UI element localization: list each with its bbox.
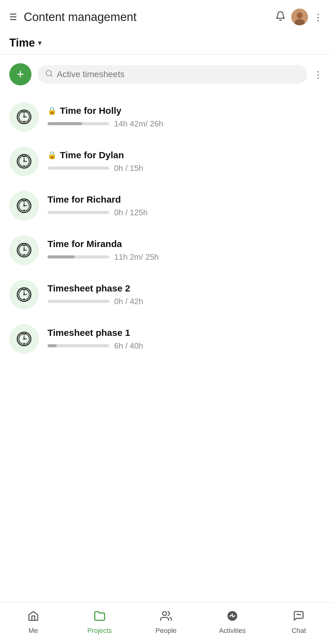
svg-point-20	[23, 161, 25, 162]
add-timesheet-button[interactable]: +	[9, 63, 31, 85]
search-icon	[45, 69, 53, 79]
progress-fill	[48, 255, 75, 258]
timesheet-icon	[9, 324, 39, 354]
bottom-navigation: Me Projects People	[0, 602, 332, 644]
timesheet-time-label: 6h / 40h	[114, 341, 143, 351]
progress-bar	[48, 300, 109, 303]
nav-label-people: People	[156, 627, 177, 635]
timesheet-icon	[9, 147, 39, 176]
svg-point-59	[163, 612, 167, 616]
timesheet-name: Time for Miranda	[48, 239, 323, 249]
timesheet-time-label: 14h 42m/ 26h	[114, 119, 163, 129]
progress-bar	[48, 255, 109, 258]
timesheet-name: 🔒Time for Dylan	[48, 150, 323, 160]
header: ☰ Content management ⋮	[0, 0, 332, 31]
timesheet-info: Time for Richard 0h / 125h	[48, 194, 323, 217]
timesheet-list: 🔒Time for Holly 14h 42m/ 26h 🔒Time for D…	[0, 92, 332, 367]
timesheet-info: Time for Miranda 11h 2m/ 25h	[48, 239, 323, 262]
timesheet-time-label: 0h / 42h	[114, 297, 143, 306]
timesheet-progress-row: 0h / 42h	[48, 297, 323, 306]
nav-item-activities[interactable]: Activities	[199, 603, 266, 644]
avatar[interactable]	[291, 9, 308, 25]
timesheet-progress-row: 11h 2m/ 25h	[48, 252, 323, 262]
timesheet-progress-row: 0h / 125h	[48, 208, 323, 217]
timesheet-name: Timesheet phase 2	[48, 283, 323, 294]
progress-bar	[48, 211, 109, 214]
notification-bell-icon[interactable]	[275, 11, 286, 23]
search-row: + ⋮	[0, 55, 332, 92]
people-icon	[160, 610, 172, 624]
timesheet-item[interactable]: 🔒Time for Dylan 0h / 15h	[0, 139, 332, 184]
progress-fill	[48, 122, 82, 125]
time-filter-row[interactable]: Time ▾	[0, 31, 332, 55]
lock-icon: 🔒	[48, 106, 57, 115]
timesheet-info: 🔒Time for Holly 14h 42m/ 26h	[48, 105, 323, 129]
activities-icon	[226, 610, 238, 624]
progress-fill	[48, 344, 57, 347]
folder-icon	[94, 610, 106, 624]
search-more-icon[interactable]: ⋮	[313, 69, 323, 80]
timesheet-icon	[9, 280, 39, 309]
timesheet-name: Timesheet phase 1	[48, 328, 323, 338]
timesheet-info: Timesheet phase 1 6h / 40h	[48, 328, 323, 351]
timesheet-progress-row: 14h 42m/ 26h	[48, 119, 323, 129]
timesheet-icon	[9, 235, 39, 265]
timesheet-icon	[9, 102, 39, 132]
svg-line-4	[51, 75, 52, 76]
svg-point-56	[23, 338, 25, 340]
svg-point-38	[23, 250, 25, 251]
header-actions: ⋮	[275, 9, 323, 25]
nav-item-projects[interactable]: Projects	[66, 603, 133, 644]
progress-bar	[48, 344, 109, 347]
nav-item-people[interactable]: People	[133, 603, 199, 644]
timesheet-info: Timesheet phase 2 0h / 42h	[48, 283, 323, 306]
nav-label-activities: Activities	[219, 627, 246, 635]
menu-icon[interactable]: ☰	[9, 12, 17, 22]
nav-label-me: Me	[28, 627, 38, 635]
timesheet-time-label: 11h 2m/ 25h	[114, 252, 159, 262]
nav-item-me[interactable]: Me	[0, 603, 66, 644]
search-input[interactable]	[57, 69, 300, 79]
timesheet-info: 🔒Time for Dylan 0h / 15h	[48, 150, 323, 173]
nav-label-chat: Chat	[292, 627, 306, 635]
page-title: Content management	[24, 10, 275, 24]
lock-icon: 🔒	[48, 151, 57, 159]
timesheet-time-label: 0h / 125h	[114, 208, 147, 217]
nav-item-chat[interactable]: Chat	[266, 603, 332, 644]
svg-point-29	[23, 205, 25, 207]
time-chevron-icon: ▾	[38, 39, 42, 47]
timesheet-progress-row: 0h / 15h	[48, 163, 323, 173]
timesheet-time-label: 0h / 15h	[114, 163, 143, 173]
timesheet-progress-row: 6h / 40h	[48, 341, 323, 351]
timesheet-item[interactable]: 🔒Time for Holly 14h 42m/ 26h	[0, 95, 332, 139]
timesheet-name: 🔒Time for Holly	[48, 105, 323, 116]
timesheet-item[interactable]: Timesheet phase 1 6h / 40h	[0, 317, 332, 361]
timesheet-item[interactable]: Time for Richard 0h / 125h	[0, 184, 332, 228]
progress-bar	[48, 122, 109, 125]
timesheet-item[interactable]: Timesheet phase 2 0h / 42h	[0, 272, 332, 317]
time-filter-label: Time	[9, 36, 35, 49]
nav-label-projects: Projects	[87, 627, 112, 635]
svg-point-11	[23, 116, 25, 118]
search-bar[interactable]	[38, 65, 307, 84]
svg-point-47	[23, 294, 25, 295]
timesheet-icon	[9, 191, 39, 221]
header-more-icon[interactable]: ⋮	[313, 12, 323, 23]
timesheet-item[interactable]: Time for Miranda 11h 2m/ 25h	[0, 228, 332, 272]
timesheet-name: Time for Richard	[48, 194, 323, 205]
svg-point-1	[297, 12, 302, 19]
progress-bar	[48, 167, 109, 170]
add-icon: +	[17, 68, 24, 81]
home-icon	[27, 610, 39, 624]
chat-icon	[293, 610, 305, 624]
